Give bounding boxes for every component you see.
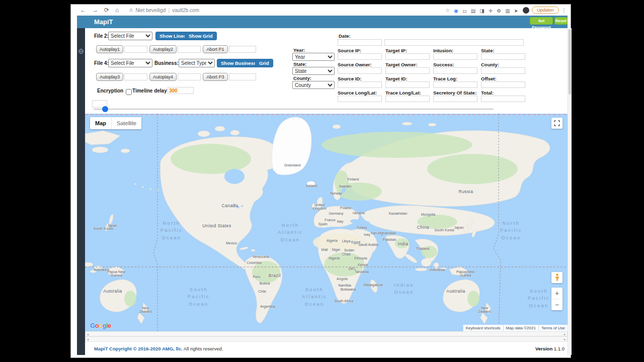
field-label: Trace Log: [433, 76, 478, 81]
page-horizontal-scrollbar[interactable]: ◂ ▸ [85, 336, 568, 342]
set-password-button[interactable]: Set Password [530, 17, 553, 25]
extension-icon[interactable]: ◨ [479, 8, 484, 14]
autoplay2-input[interactable] [178, 46, 201, 53]
map-label: Sweden [339, 185, 351, 188]
back-icon[interactable]: ← [80, 7, 86, 14]
field-input[interactable] [338, 81, 382, 88]
scroll-left-icon[interactable]: ◂ [86, 332, 90, 336]
extension-icon[interactable]: ▥ [505, 8, 510, 14]
extension-icon[interactable]: ➤ [514, 8, 518, 14]
field-input[interactable] [433, 53, 477, 60]
satellite-view-button[interactable]: Satellite [111, 117, 141, 129]
attribution-item[interactable]: Keyboard shortcuts [463, 325, 503, 331]
grid-button[interactable]: Grid [255, 59, 273, 67]
fullscreen-button[interactable] [551, 118, 562, 129]
map-label: United States [202, 223, 231, 228]
footer-copyright[interactable]: MapiT Copyright © 2016-2020 AMG, llc. Al… [94, 346, 223, 351]
autoplay1-button[interactable]: Autoplay1 [96, 45, 123, 53]
map-canvas[interactable]: North Pacific OceanNorth Atlantic OceanN… [85, 114, 568, 331]
extension-icon[interactable]: ◉ [454, 8, 458, 14]
address-bar[interactable]: ⚠ Niet beveiligd | vault2b.com [129, 8, 199, 13]
show-grid-button[interactable]: Show Grid [185, 32, 217, 40]
encryption-checkbox[interactable] [126, 89, 132, 95]
pegman-control[interactable] [551, 272, 562, 283]
abort-p3-input[interactable] [229, 73, 256, 80]
field-input[interactable] [481, 67, 525, 74]
state-select[interactable]: State [292, 67, 335, 75]
field-input[interactable] [338, 67, 382, 74]
field-input[interactable] [338, 96, 382, 102]
scroll-right-icon[interactable]: ▸ [562, 337, 567, 341]
field-input[interactable] [481, 81, 525, 88]
scroll-left-icon[interactable]: ◂ [86, 337, 90, 341]
date-input[interactable] [338, 39, 382, 46]
field-input[interactable] [385, 81, 430, 88]
map-label: South Pacific Ocean [528, 288, 550, 309]
autoplay4-input[interactable] [178, 73, 201, 80]
field-input[interactable] [433, 67, 477, 74]
business-select[interactable]: Select Type [179, 59, 215, 67]
year-select[interactable]: Year [292, 53, 335, 61]
extension-icon[interactable]: ⚏ [462, 8, 467, 14]
file2-select[interactable]: Select File [108, 32, 152, 40]
globe-icon[interactable] [78, 48, 84, 54]
field-input[interactable] [481, 96, 525, 102]
file4-select[interactable]: Select File [108, 59, 152, 67]
forward-icon[interactable]: → [92, 7, 98, 14]
map-view-button[interactable]: Map [90, 117, 111, 129]
timeline-delay-input[interactable] [168, 87, 194, 94]
field-input[interactable] [385, 96, 430, 102]
field-input[interactable] [385, 53, 430, 60]
show-business-button[interactable]: Show Business [217, 59, 260, 67]
map-label: Iran [371, 231, 377, 235]
reset-button[interactable]: Reset [554, 17, 568, 25]
autoplay4-button[interactable]: Autoplay4 [149, 73, 177, 81]
chrome-update-button[interactable]: Updaten [532, 7, 559, 14]
field-input[interactable] [481, 53, 525, 60]
reload-icon[interactable]: ⟳ [104, 7, 109, 14]
map-label: DRC [348, 267, 356, 270]
field-label: Secretory Of State: [433, 90, 478, 96]
field-input[interactable] [385, 67, 430, 74]
chrome-menu-icon[interactable]: ⋮ [561, 8, 567, 13]
map-horizontal-scrollbar[interactable]: ◂ ▸ [85, 331, 568, 336]
timeline-slider-thumb[interactable] [102, 106, 108, 112]
profile-avatar-icon[interactable] [523, 7, 529, 14]
map-type-control: Map Satellite [90, 117, 141, 129]
timeline-slider-track[interactable] [94, 109, 494, 110]
extension-icon[interactable]: ▤ [471, 8, 475, 14]
google-logo-letter: g [103, 322, 106, 329]
map-label: Madagascar [364, 283, 383, 287]
field-input[interactable] [338, 53, 382, 60]
attribution-item[interactable]: Terms of Use [538, 325, 568, 331]
abort-p1-button[interactable]: Abort P1 [203, 45, 228, 53]
map-label: Ukraine [353, 211, 365, 215]
autoplay1-input[interactable] [124, 46, 147, 53]
autoplay3-button[interactable]: Autoplay3 [96, 73, 123, 81]
scroll-right-icon[interactable]: ▸ [562, 332, 567, 336]
autoplay2-button[interactable]: Autoplay2 [149, 45, 177, 53]
field-input[interactable] [433, 96, 477, 102]
footer-copyright-link[interactable]: MapiT Copyright © 2016-2020 AMG, llc. [94, 346, 183, 351]
map-label: Thailand [416, 247, 430, 250]
abort-p3-button[interactable]: Abort P3 [203, 73, 228, 81]
zoom-out-button[interactable]: − [551, 299, 562, 310]
date-range-input[interactable] [384, 39, 524, 46]
google-logo-letter: e [108, 322, 111, 329]
extension-icon[interactable]: ✛ [489, 8, 493, 14]
zoom-in-button[interactable]: + [551, 288, 562, 299]
map-label: United Kingdom [312, 203, 327, 210]
county-select[interactable]: County [292, 81, 335, 89]
scrollbar-thumb[interactable] [569, 29, 571, 95]
bookmark-star-icon[interactable]: ☆ [445, 8, 450, 13]
state-label: State: [293, 61, 306, 67]
google-logo[interactable]: Google [90, 322, 111, 329]
extension-icon[interactable]: ⚙ [497, 8, 501, 14]
home-icon[interactable]: ⌂ [115, 7, 119, 14]
attribution-item[interactable]: Map data ©2021 [503, 325, 538, 331]
map-label: Australia [103, 289, 122, 294]
page-vertical-scrollbar[interactable] [568, 28, 572, 355]
abort-p1-input[interactable] [229, 46, 256, 53]
autoplay3-input[interactable] [124, 73, 147, 80]
field-input[interactable] [433, 81, 477, 88]
